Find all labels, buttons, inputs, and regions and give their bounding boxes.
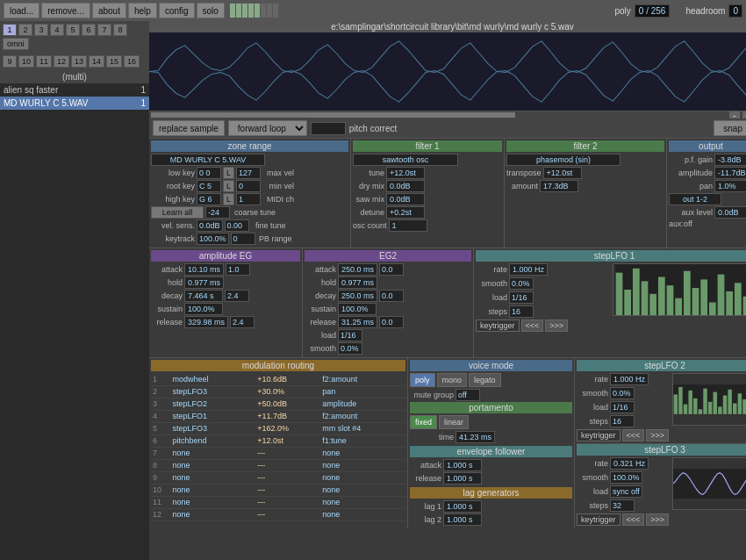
- vel-sens-val[interactable]: 0.0dB: [197, 219, 223, 232]
- amp-sustain-val[interactable]: 100.0%: [184, 303, 223, 315]
- patch-item-1[interactable]: MD WURLY C 5.WAV 1: [0, 97, 149, 110]
- linear-btn[interactable]: linear: [439, 415, 469, 429]
- eg2-decay-val2[interactable]: 0.0: [379, 290, 404, 302]
- mod-row-src[interactable]: none: [171, 484, 256, 496]
- filter1-tune-val[interactable]: +12.0st: [386, 167, 425, 179]
- mod-row-dest[interactable]: none: [320, 496, 405, 508]
- key-tab-11[interactable]: 11: [36, 55, 52, 68]
- lfo3-rate-val[interactable]: 0.321 Hz: [610, 457, 649, 470]
- lfo1-rate-val[interactable]: 1.000 Hz: [509, 263, 548, 276]
- mod-row-dest[interactable]: mm slot #4: [320, 422, 405, 434]
- waveform-scroll-thumb[interactable]: [151, 112, 515, 118]
- mod-row-amt[interactable]: +30.0%: [255, 385, 320, 398]
- mod-row-amt[interactable]: +50.0dB: [255, 398, 320, 410]
- key-tab-8[interactable]: 8: [113, 24, 127, 36]
- patch-item-0[interactable]: alien sq faster 1: [0, 83, 149, 97]
- root-key-val[interactable]: C 5: [197, 180, 221, 192]
- filter2-type[interactable]: phasemod (sin): [506, 154, 620, 166]
- lfo3-keytrig-btn[interactable]: keytrigger: [577, 513, 620, 526]
- mod-row-amt[interactable]: ---: [255, 459, 320, 471]
- high-key-val[interactable]: G 6: [197, 193, 221, 205]
- amp-attack-val2[interactable]: 1.0: [226, 263, 250, 276]
- lfo3-nav-right[interactable]: >>>: [646, 513, 669, 526]
- mod-row-amt[interactable]: ---: [255, 508, 320, 521]
- filter1-detune-val[interactable]: +0.2st: [386, 206, 425, 219]
- mod-row-dest[interactable]: none: [320, 447, 405, 459]
- amp-release-val2[interactable]: 2.4: [230, 316, 255, 328]
- mod-row-src[interactable]: stepLFO3: [171, 385, 256, 398]
- waveform-scrollbar[interactable]: - +: [149, 111, 746, 118]
- filter2-amount-val[interactable]: 17.3dB: [540, 180, 578, 192]
- mod-row-dest[interactable]: none: [320, 508, 405, 521]
- lfo2-nav-right[interactable]: >>>: [646, 429, 669, 442]
- filter1-osccount-val[interactable]: 1: [389, 219, 427, 232]
- lfo1-keytrig-btn[interactable]: keytrigger: [476, 319, 520, 332]
- amp-decay-val[interactable]: 7.464 s: [184, 290, 223, 302]
- key-tab-3[interactable]: 3: [34, 24, 48, 36]
- eg2-attack-val[interactable]: 250.0 ms: [338, 263, 377, 276]
- key-tab-12[interactable]: 12: [54, 55, 69, 68]
- lfo1-steps-val[interactable]: 16: [509, 305, 534, 318]
- mod-row-amt[interactable]: +10.6dB: [255, 373, 320, 385]
- mod-row-amt[interactable]: +12.0st: [255, 434, 320, 447]
- lfo2-steps-val[interactable]: 16: [610, 415, 635, 427]
- amp-release-val[interactable]: 329.98 ms: [184, 316, 228, 328]
- low-key-l-btn[interactable]: L: [223, 167, 234, 179]
- eg2-hold-val[interactable]: 0.977 ms: [338, 276, 377, 289]
- low-key-val[interactable]: 0 0: [197, 167, 221, 179]
- config-button[interactable]: config: [159, 3, 195, 18]
- key-tab-14[interactable]: 14: [89, 55, 104, 68]
- key-tab-7[interactable]: 7: [97, 24, 111, 36]
- low-key-max[interactable]: 127: [236, 167, 261, 179]
- root-key-l-btn[interactable]: L: [223, 180, 234, 192]
- eg2-decay-val[interactable]: 250.0 ms: [338, 290, 377, 302]
- output-pfgain-val[interactable]: -3.8dB: [714, 154, 746, 166]
- eg2-load-val[interactable]: 1/16: [338, 329, 362, 341]
- key-tab-5[interactable]: 5: [66, 24, 80, 36]
- mod-row-amt[interactable]: ---: [255, 447, 320, 459]
- mute-group-val[interactable]: off: [455, 389, 480, 401]
- filter1-type[interactable]: sawtooth osc: [353, 154, 458, 166]
- amp-decay-val2[interactable]: 2.4: [225, 290, 249, 302]
- keytrack-val[interactable]: 100.0%: [197, 233, 229, 245]
- key-tab-6[interactable]: 6: [82, 24, 96, 36]
- lfo2-nav-left[interactable]: <<<: [622, 429, 645, 442]
- mod-row-src[interactable]: none: [171, 471, 256, 484]
- mod-row-amt[interactable]: +11.7dB: [255, 410, 320, 422]
- learn-all-button[interactable]: Learn all: [151, 206, 204, 219]
- mod-row-dest[interactable]: pan: [320, 385, 405, 398]
- keytrack-val2[interactable]: 0: [231, 233, 255, 245]
- lfo1-smooth-val[interactable]: 0.0%: [509, 277, 534, 290]
- lfo3-load-val[interactable]: sync off: [610, 485, 642, 498]
- lfo3-steps-val[interactable]: 32: [610, 499, 635, 512]
- lfo1-nav-left[interactable]: <<<: [521, 319, 544, 332]
- coarse-tune-val[interactable]: -24: [205, 206, 230, 219]
- root-key-num[interactable]: 0: [236, 180, 261, 192]
- load-button[interactable]: load...: [4, 3, 39, 18]
- mod-row-src[interactable]: stepLFO3: [171, 422, 256, 434]
- mod-row-src[interactable]: stepLFO1: [171, 410, 256, 422]
- about-button[interactable]: about: [92, 3, 126, 18]
- key-tab-4[interactable]: 4: [50, 24, 64, 36]
- env-attack-val[interactable]: 1.000 s: [443, 459, 482, 471]
- lfo1-load-val[interactable]: 1/16: [509, 291, 534, 304]
- filter2-transpose-val[interactable]: +12.0st: [543, 167, 582, 179]
- mod-row-src[interactable]: stepLFO2: [171, 398, 256, 410]
- eg2-release-val2[interactable]: 0.0: [379, 316, 404, 328]
- output-auxlevel-val[interactable]: 0.0dB: [714, 206, 746, 219]
- mod-row-amt[interactable]: ---: [255, 471, 320, 484]
- snap-button[interactable]: snap: [714, 120, 746, 136]
- lfo3-smooth-val[interactable]: 100.0%: [610, 471, 642, 484]
- mod-row-amt[interactable]: ---: [255, 496, 320, 508]
- env-release-val[interactable]: 1.000 s: [443, 472, 482, 485]
- lag2-val[interactable]: 1.000 s: [443, 513, 482, 526]
- key-tab-15[interactable]: 15: [106, 55, 122, 68]
- mod-row-src[interactable]: none: [171, 496, 256, 508]
- mod-row-dest[interactable]: f2:amount: [320, 410, 405, 422]
- vel-sens-val2[interactable]: 0.00: [225, 219, 249, 232]
- key-tab-2[interactable]: 2: [18, 24, 32, 36]
- key-tab-13[interactable]: 13: [71, 55, 87, 68]
- poly-btn[interactable]: poly: [410, 373, 435, 387]
- filter1-drymix-val[interactable]: 0.0dB: [386, 180, 425, 192]
- lfo2-smooth-val[interactable]: 0.0%: [610, 387, 635, 399]
